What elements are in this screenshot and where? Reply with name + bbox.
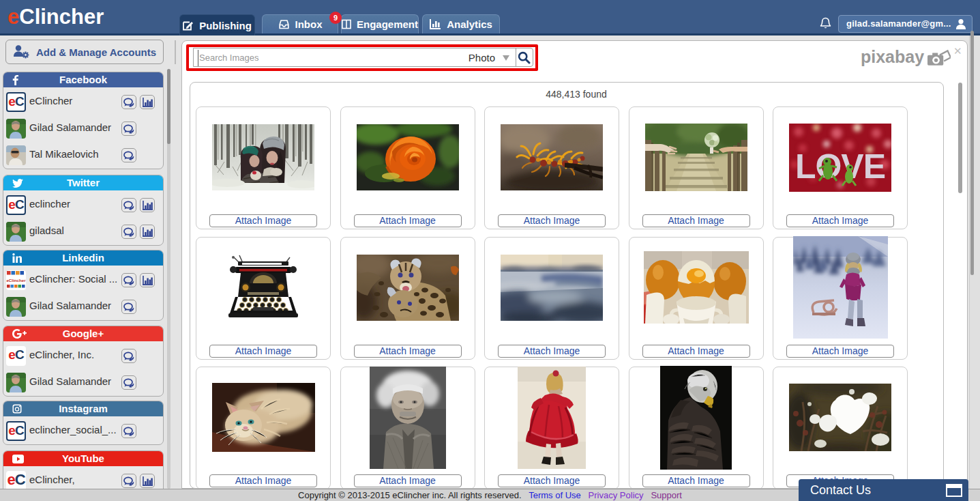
svg-text:LOVE: LOVE [795, 147, 885, 186]
svg-text:eClincher: eClincher [6, 278, 26, 283]
